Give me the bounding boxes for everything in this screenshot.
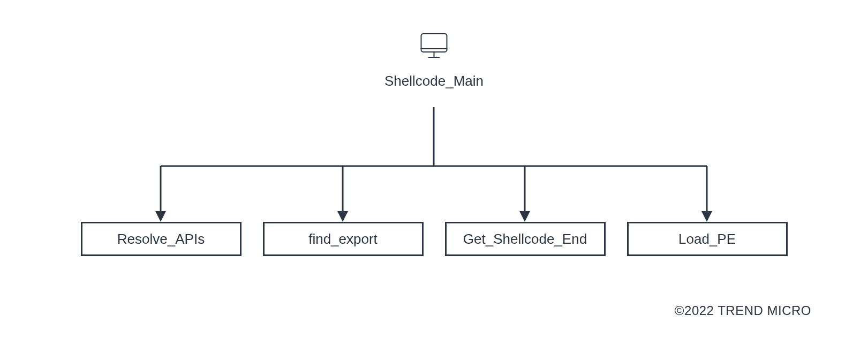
child-label: Get_Shellcode_End — [463, 231, 587, 248]
child-resolve-apis: Resolve_APIs — [81, 222, 241, 256]
svg-marker-10 — [155, 211, 166, 222]
child-find-export: find_export — [263, 222, 424, 256]
child-label: Resolve_APIs — [117, 231, 205, 248]
child-label: Load_PE — [678, 231, 736, 248]
child-get-shellcode-end: Get_Shellcode_End — [445, 222, 606, 256]
root-node: Shellcode_Main — [384, 28, 484, 89]
shellcode-diagram: Shellcode_Main Resolve_APIs find_export … — [0, 0, 868, 345]
monitor-icon — [415, 28, 452, 65]
root-label: Shellcode_Main — [384, 73, 484, 89]
svg-marker-13 — [701, 211, 712, 222]
child-load-pe: Load_PE — [627, 222, 788, 256]
copyright-text: ©2022 TREND MICRO — [675, 303, 811, 318]
svg-marker-11 — [337, 211, 348, 222]
child-label: find_export — [308, 231, 378, 248]
svg-marker-12 — [519, 211, 530, 222]
child-row: Resolve_APIs find_export Get_Shellcode_E… — [0, 222, 868, 256]
